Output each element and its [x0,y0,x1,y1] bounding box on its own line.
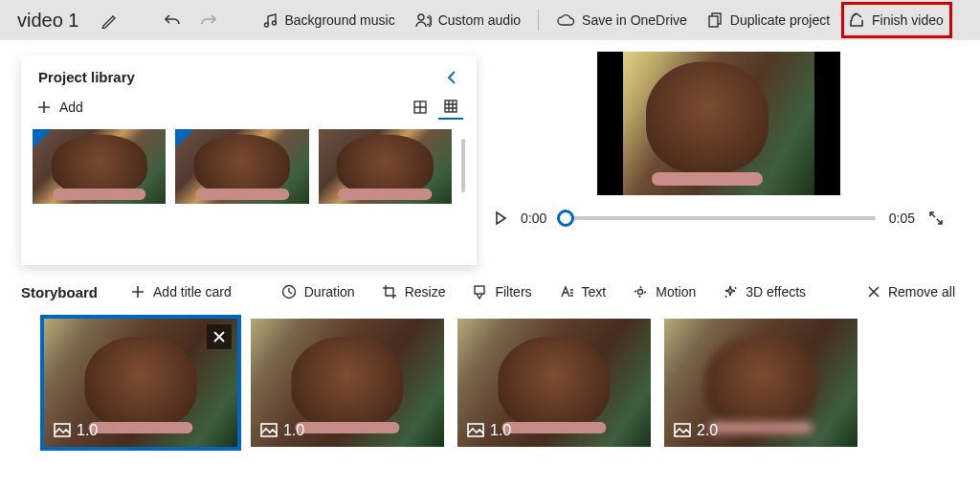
svg-point-0 [264,23,268,27]
clip-duration: 1.0 [260,422,304,439]
expand-icon [928,211,944,226]
plus-icon [36,100,52,115]
svg-rect-5 [445,100,457,112]
filter-icon [472,284,487,299]
custom-audio-label: Custom audio [438,12,521,28]
play-button[interactable] [494,211,507,226]
filters-label: Filters [495,284,531,299]
custom-audio-button[interactable]: Custom audio [407,4,528,36]
remove-all-label: Remove all [888,284,955,299]
clip-duration: 2.0 [674,422,718,439]
duplicate-icon [706,11,724,29]
text-label: Text [582,284,607,299]
person-audio-icon [414,11,432,29]
undo-icon [163,11,182,30]
preview-frame [597,52,840,195]
undo-button[interactable] [156,4,189,36]
text-icon [559,284,574,299]
library-thumbnail[interactable] [33,129,166,204]
library-thumbnail[interactable] [175,129,308,204]
add-title-card-button[interactable]: Add title card [119,277,243,307]
svg-rect-7 [475,286,484,294]
project-library-panel: Project library Add [21,55,477,265]
redo-button[interactable] [192,4,225,36]
library-add-label: Add [59,100,83,115]
duration-label: Duration [304,284,355,299]
svg-rect-3 [709,16,718,27]
library-back-button[interactable] [444,70,459,85]
3d-effects-button[interactable]: 3D effects [711,277,817,307]
separator [538,10,539,31]
fullscreen-button[interactable] [928,211,944,226]
text-button[interactable]: Text [547,277,618,307]
finish-video-button[interactable]: Finish video [841,2,952,38]
filters-button[interactable]: Filters [460,277,543,307]
storyboard-title: Storyboard [21,284,98,300]
storyboard-clip[interactable]: 1.0 [44,319,237,447]
remove-all-button[interactable]: Remove all [856,277,967,307]
3d-effects-label: 3D effects [746,284,806,299]
save-onedrive-label: Save in OneDrive [582,12,687,28]
image-icon [674,423,691,438]
duration-button[interactable]: Duration [270,277,367,307]
resize-button[interactable]: Resize [370,277,457,307]
project-library-title: Project library [38,69,444,85]
svg-point-8 [638,290,643,295]
clock-icon [281,284,297,299]
motion-label: Motion [656,284,696,299]
music-icon [261,11,278,29]
storyboard-clip[interactable]: 2.0 [664,319,858,447]
storyboard-clip[interactable]: 1.0 [251,319,444,447]
chevron-left-icon [444,70,459,85]
library-scrollbar[interactable] [461,139,465,192]
seek-knob[interactable] [557,210,574,227]
duplicate-button[interactable]: Duplicate project [699,4,837,36]
crop-icon [382,284,397,299]
save-onedrive-button[interactable]: Save in OneDrive [548,4,695,36]
rename-button[interactable] [93,4,125,36]
view-small-button[interactable] [438,95,463,120]
time-total: 0:05 [889,211,915,226]
cloud-icon [556,11,575,29]
grid-small-icon [443,99,458,114]
svg-point-2 [418,14,424,20]
resize-label: Resize [405,284,446,299]
motion-icon [633,284,648,299]
background-music-button[interactable]: Background music [254,4,403,36]
clip-duration: 1.0 [467,422,511,439]
clip-remove-button[interactable] [207,324,232,349]
library-thumbnail[interactable] [319,129,452,204]
play-icon [494,211,507,226]
motion-button[interactable]: Motion [621,277,707,307]
share-icon [848,11,865,29]
x-icon [212,330,226,344]
plus-icon [130,284,145,299]
storyboard-clips: 1.01.01.02.0 [0,315,980,447]
x-icon [867,285,880,299]
library-add-button[interactable]: Add [36,100,83,115]
bg-music-label: Background music [285,12,395,28]
view-large-button[interactable] [408,95,433,120]
storyboard-clip[interactable]: 1.0 [457,319,651,447]
redo-icon [199,11,218,30]
image-icon [260,423,278,438]
pencil-icon [100,11,118,29]
seek-bar[interactable] [560,216,876,220]
add-title-card-label: Add title card [153,284,232,299]
image-icon [467,423,484,438]
time-current: 0:00 [521,211,546,226]
clip-duration: 1.0 [54,422,98,439]
sparkle-icon [723,284,738,299]
grid-large-icon [412,100,428,115]
project-title: video 1 [17,10,79,32]
finish-video-label: Finish video [872,12,944,28]
duplicate-label: Duplicate project [730,12,830,28]
svg-point-1 [272,21,276,25]
image-icon [54,423,71,438]
